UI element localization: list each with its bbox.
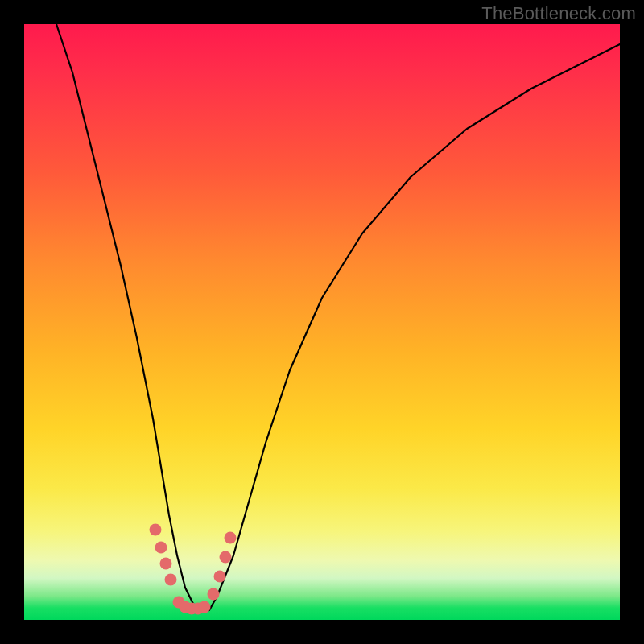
bottleneck-curve (56, 24, 620, 612)
right-dots-dot (225, 532, 237, 544)
right-dots-dot (214, 571, 226, 583)
chart-frame: TheBottleneck.com (0, 0, 644, 644)
watermark-text: TheBottleneck.com (481, 3, 636, 24)
flat-dots-dot (199, 601, 211, 613)
right-dots-dot (208, 588, 220, 601)
right-dots-dot (220, 551, 232, 564)
left-dots-dot (150, 524, 162, 536)
plot-area (24, 24, 620, 620)
left-dots-dot (165, 574, 177, 586)
left-dots-dot (160, 558, 172, 570)
left-dots-dot (155, 542, 167, 554)
curve-layer (24, 24, 620, 620)
